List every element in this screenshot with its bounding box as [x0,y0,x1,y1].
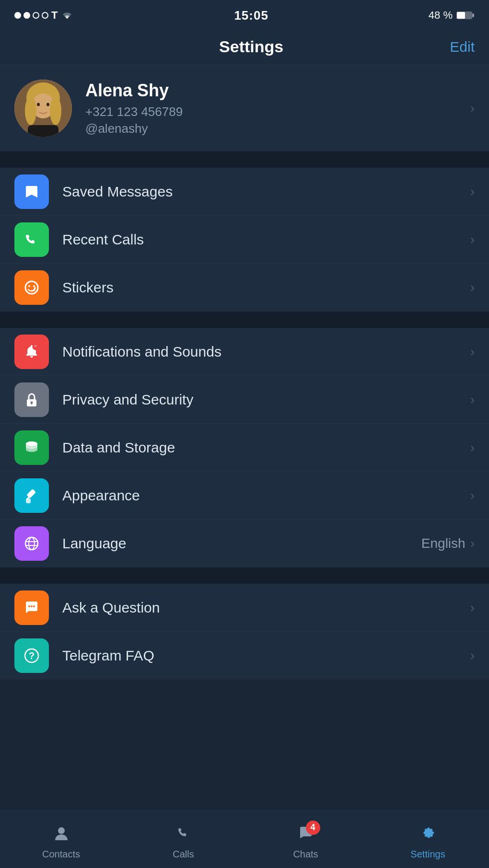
tab-chats[interactable]: 4 Chats [244,820,367,860]
dot2 [23,12,30,19]
data-storage-chevron: › [470,440,475,455]
avatar-image [14,80,72,137]
privacy-chevron: › [470,392,475,407]
svg-point-19 [26,441,37,446]
telegram-faq-label: Telegram FAQ [62,648,470,664]
privacy-label: Privacy and Security [62,392,470,408]
svg-point-22 [25,537,38,550]
calls-tab-icon [175,824,192,846]
recent-calls-chevron: › [470,232,475,247]
menu-item-privacy[interactable]: Privacy and Security › [0,376,489,424]
lock-icon [22,390,41,409]
dot1 [14,12,21,19]
section-divider-1 [0,151,489,168]
ask-question-label: Ask a Question [62,600,470,616]
chat-bubble-icon [22,598,41,617]
svg-point-6 [25,96,36,125]
tab-settings[interactable]: Settings [367,820,489,860]
notifications-icon-bg [14,335,49,369]
language-icon-bg [14,526,49,561]
appearance-chevron: › [470,488,475,503]
menu-item-language[interactable]: Language English › [0,520,489,567]
menu-item-stickers[interactable]: Stickers › [0,264,489,312]
svg-point-7 [50,96,61,125]
dot4 [42,12,48,19]
saved-messages-icon-bg [14,174,49,209]
battery-label: 48 % [429,9,453,22]
menu-item-appearance[interactable]: Appearance › [0,472,489,520]
tab-contacts[interactable]: Contacts [0,820,122,860]
svg-point-31 [58,827,65,834]
privacy-icon-bg [14,382,49,417]
stickers-chevron: › [470,280,475,295]
stickers-label: Stickers [62,279,470,296]
ask-question-icon-bg [14,590,49,625]
wifi-icon [60,10,74,21]
svg-rect-1 [457,12,465,19]
edit-button[interactable]: Edit [450,39,475,55]
svg-rect-2 [472,13,474,17]
menu-item-telegram-faq[interactable]: ? Telegram FAQ › [0,632,489,680]
status-time: 15:05 [234,8,268,23]
tab-bar: Contacts Calls 4 Chats Settings [0,810,489,868]
svg-rect-15 [35,346,36,347]
svg-point-11 [25,281,38,294]
menu-item-notifications[interactable]: Notifications and Sounds › [0,328,489,376]
status-bar: T 15:05 48 % [0,0,489,29]
settings-header: Settings Edit [0,29,489,65]
profile-section[interactable]: Alena Shy +321 123 456789 @alenashy › [0,65,489,151]
svg-point-13 [33,285,35,287]
question-icon: ? [22,646,41,665]
ask-question-chevron: › [470,600,475,615]
dot3 [33,12,39,19]
svg-point-28 [33,605,35,607]
svg-point-14 [33,344,38,350]
menu-item-recent-calls[interactable]: Recent Calls › [0,216,489,264]
settings-tab-label: Settings [410,849,445,860]
svg-point-26 [28,605,30,607]
saved-messages-chevron: › [470,184,475,199]
data-storage-label: Data and Storage [62,440,470,456]
profile-info: Alena Shy +321 123 456789 @alenashy [85,81,457,136]
signal-dots [14,12,48,19]
menu-item-saved-messages[interactable]: Saved Messages › [0,168,489,216]
carrier-label: T [51,9,58,22]
language-chevron: › [470,536,475,551]
menu-group-2: Notifications and Sounds › Privacy and S… [0,328,489,567]
menu-item-ask-question[interactable]: Ask a Question › [0,584,489,632]
menu-group-3: Ask a Question › ? Telegram FAQ › [0,584,489,680]
appearance-icon-bg [14,478,49,513]
language-value: English [421,536,466,551]
contacts-tab-icon [53,824,70,846]
svg-rect-20 [26,489,36,498]
svg-point-9 [37,103,40,106]
svg-rect-18 [31,403,32,405]
chats-tab-icon: 4 [297,824,314,846]
settings-tab-icon [419,824,437,846]
profile-username: @alenashy [85,121,457,136]
profile-name: Alena Shy [85,81,457,101]
stickers-icon-bg [14,270,49,305]
avatar [14,80,72,137]
saved-messages-label: Saved Messages [62,184,470,200]
chats-tab-label: Chats [293,849,318,860]
section-divider-2 [0,312,489,328]
contacts-tab-label: Contacts [42,849,80,860]
menu-item-data-storage[interactable]: Data and Storage › [0,424,489,472]
telegram-faq-chevron: › [470,648,475,663]
brush-icon [22,486,41,505]
appearance-label: Appearance [62,487,470,504]
calls-tab-label: Calls [173,849,194,860]
bookmark-icon [22,182,41,201]
globe-icon [22,534,41,553]
database-icon [22,438,41,457]
tab-calls[interactable]: Calls [122,820,244,860]
notifications-label: Notifications and Sounds [62,344,470,360]
language-label: Language [62,535,421,552]
svg-point-10 [47,103,49,106]
sticker-icon [22,278,41,297]
svg-point-12 [28,285,30,287]
data-storage-icon-bg [14,430,49,465]
chats-badge: 4 [306,821,320,835]
svg-point-23 [29,537,35,550]
